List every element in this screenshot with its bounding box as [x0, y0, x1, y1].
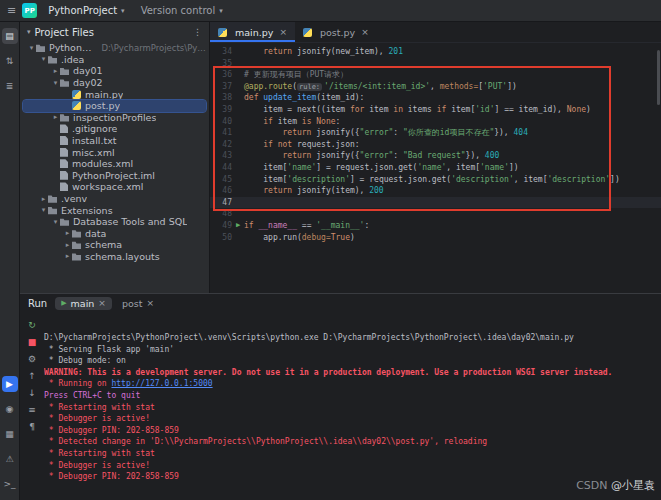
tree-item-label: day01 [73, 65, 103, 76]
tree-item-day02[interactable]: ▾day02 [23, 77, 206, 89]
code-line-42[interactable]: 42 if not request.json: [210, 139, 661, 151]
editor-tab-post.py[interactable]: post.py× [295, 22, 377, 42]
chevron-down-icon[interactable]: ▾ [39, 206, 48, 214]
code-token: for [350, 105, 364, 114]
tree-item-Database Tools and SQL[interactable]: ▾Database Tools and SQL [23, 216, 206, 228]
python-file-icon [303, 28, 312, 37]
more-options-icon[interactable]: ⋮ [193, 27, 202, 37]
run-tab-main[interactable]: ▶main× [55, 297, 112, 310]
console-output[interactable]: D:\PycharmProjects\PythonProject\.venv\S… [44, 312, 661, 500]
editor-tab-main.py[interactable]: main.py× [210, 22, 295, 42]
chevron-right-icon[interactable]: ▸ [63, 229, 72, 237]
close-tab-icon[interactable]: × [146, 298, 154, 308]
commit-tool-button[interactable]: ⇅ [2, 53, 18, 69]
tree-item-misc.xml[interactable]: misc.xml [23, 146, 206, 158]
code-line-35[interactable]: 35 [210, 58, 661, 70]
tree-item-modules.xml[interactable]: modules.xml [23, 158, 206, 170]
code-line-39[interactable]: 39 item = next((item for item in items i… [210, 104, 661, 116]
run-tab-post[interactable]: post× [116, 297, 160, 310]
python-packages-tool-button[interactable]: ▦ [2, 426, 18, 442]
chevron-down-icon: ▾ [27, 28, 31, 36]
close-tab-icon[interactable]: × [279, 27, 287, 37]
code-line-44[interactable]: 44 item['name'] = request.json.get('name… [210, 162, 661, 174]
tree-item-schema.layouts[interactable]: ▸schema.layouts [23, 251, 206, 263]
main-menu-icon[interactable]: ≡ [7, 4, 16, 17]
rerun-button[interactable]: ↻ [28, 320, 36, 330]
tree-item-Extensions[interactable]: ▾Extensions [23, 204, 206, 216]
tree-item-PythonProject[interactable]: ▾PythonProjectD:\PycharmProjects\PythonP… [23, 42, 206, 54]
run-tool-button[interactable]: ▶ [2, 376, 18, 392]
chevron-down-icon[interactable]: ▾ [51, 79, 60, 87]
code-tokens: if item is None: [244, 116, 340, 128]
vcs-widget[interactable]: Version control ▾ [136, 3, 228, 18]
code-line-36[interactable]: 36# 更新现有项目（PUT请求） [210, 69, 661, 81]
debug-tool-button[interactable]: ◉ [2, 401, 18, 417]
tree-item-install.txt[interactable]: install.txt [23, 135, 206, 147]
console-text: * Debug mode: on [44, 356, 126, 365]
tree-item-inspectionProfiles[interactable]: ▸inspectionProfiles [23, 112, 206, 124]
console-line: * Debugger PIN: 202-858-859 [44, 471, 661, 483]
chevron-right-icon[interactable]: ▸ [51, 67, 60, 75]
settings-button[interactable]: ⚙ [28, 354, 36, 364]
tree-item-.idea[interactable]: ▾.idea [23, 54, 206, 66]
chevron-down-icon[interactable]: ▾ [51, 218, 60, 226]
problems-tool-button[interactable]: ⚠ [2, 451, 18, 467]
tree-item-workspace.xml[interactable]: workspace.xml [23, 181, 206, 193]
next-occurrence-button[interactable]: ↓ [28, 388, 36, 398]
code-area[interactable]: 34 return jsonify(new_item), 2013536# 更新… [210, 46, 661, 243]
editor-scrollbar[interactable] [657, 50, 660, 105]
tree-item-post.py[interactable]: post.py [23, 100, 206, 112]
chevron-down-icon[interactable]: ▾ [27, 44, 36, 52]
code-line-50[interactable]: 50 app.run(debug=True) [210, 232, 661, 244]
tree-item-PythonProject.iml[interactable]: PythonProject.iml [23, 170, 206, 182]
code-line-41[interactable]: 41 return jsonify({"error": "你所查的id项目不存在… [210, 127, 661, 139]
line-number: 49 [210, 220, 232, 232]
project-switcher[interactable]: PythonProject ▾ [43, 3, 129, 18]
chevron-down-icon[interactable]: ▾ [39, 55, 48, 63]
code-token: }), [494, 128, 513, 137]
code-line-48[interactable]: 48 [210, 208, 661, 220]
close-tab-icon[interactable]: × [361, 27, 369, 37]
prev-occurrence-button[interactable]: ↑ [28, 371, 36, 381]
code-token: jsonify({ [311, 128, 359, 137]
code-token: ) [350, 233, 355, 242]
code-token: 'name' [417, 163, 446, 172]
tree-item-.venv[interactable]: ▸.venv [23, 193, 206, 205]
chevron-right-icon[interactable]: ▸ [39, 195, 48, 203]
inlay-hint: rule: [297, 83, 322, 91]
code-line-47[interactable]: 47 [210, 197, 661, 209]
code-line-49[interactable]: 49▶if __name__ == '__main__': [210, 220, 661, 232]
run-gutter-icon[interactable]: ▶ [232, 220, 244, 232]
tree-item-main.py[interactable]: main.py [23, 88, 206, 100]
code-line-46[interactable]: 46 return jsonify(item), 200 [210, 185, 661, 197]
tree-item-day01[interactable]: ▸day01 [23, 65, 206, 77]
clear-console-button[interactable]: ¶ [29, 422, 35, 432]
code-token: def [244, 93, 263, 102]
code-line-34[interactable]: 34 return jsonify(new_item), 201 [210, 46, 661, 58]
structure-tool-button[interactable]: ≣ [2, 78, 18, 94]
chevron-right-icon[interactable]: ▸ [63, 252, 72, 260]
chevron-right-icon[interactable]: ▸ [51, 113, 60, 121]
editor-body[interactable]: 34 return jsonify(new_item), 2013536# 更新… [210, 42, 661, 293]
tree-item-data[interactable]: ▸data [23, 228, 206, 240]
code-token [244, 47, 263, 56]
terminal-tool-button[interactable]: >_ [2, 476, 18, 492]
soft-wrap-button[interactable]: ≡ [28, 405, 36, 415]
gutter-spacer [232, 69, 244, 81]
tree-item-schema[interactable]: ▸schema [23, 239, 206, 251]
project-panel-header[interactable]: ▾ Project Files ⋮ [20, 22, 209, 42]
code-line-40[interactable]: 40 if item is None: [210, 116, 661, 128]
project-tool-button[interactable]: ▤ [2, 28, 18, 44]
tree-item-.gitignore[interactable]: .gitignore [23, 123, 206, 135]
code-line-43[interactable]: 43 return jsonify({"error": "Bad request… [210, 150, 661, 162]
close-tab-icon[interactable]: × [98, 298, 106, 308]
console-link[interactable]: http://127.0.0.1:5000 [111, 379, 212, 388]
console-text: WARNING: This is a development server. D… [44, 368, 612, 377]
code-line-45[interactable]: 45 item['description'] = request.json.ge… [210, 174, 661, 186]
stop-button[interactable]: ■ [28, 337, 37, 347]
code-line-38[interactable]: 38def update_item(item_id): [210, 92, 661, 104]
code-token: ]) [507, 82, 517, 91]
code-line-37[interactable]: 37@app.route(rule:'/items/<int:item_id>'… [210, 81, 661, 93]
chevron-right-icon[interactable]: ▸ [63, 241, 72, 249]
project-icon [36, 43, 45, 52]
